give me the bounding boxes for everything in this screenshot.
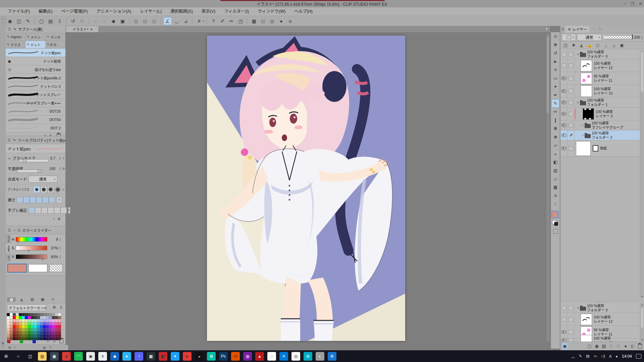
- color-swatch-cell[interactable]: [43, 325, 46, 328]
- mask-selection-button[interactable]: ▨: [141, 17, 149, 25]
- layer-visibility-cell[interactable]: [560, 303, 568, 313]
- color-swatch-cell[interactable]: [31, 316, 34, 319]
- app-red-circle[interactable]: ●: [62, 352, 71, 361]
- color-set-tab-icon-4[interactable]: ✂: [49, 297, 57, 302]
- color-swatch-cell[interactable]: [22, 313, 25, 316]
- color-swatch-cell[interactable]: [13, 316, 16, 319]
- dock-grid-icon[interactable]: ⊞: [8, 346, 11, 349]
- opacity-stepper[interactable]: ∧∨: [59, 167, 61, 170]
- color-swatch-cell[interactable]: [16, 316, 19, 319]
- layer-visibility-cell[interactable]: [560, 313, 568, 325]
- color-swatch-cell[interactable]: [22, 331, 25, 334]
- color-swatch-cell[interactable]: [58, 334, 61, 337]
- color-swatch-cell[interactable]: [31, 325, 34, 328]
- dock-icon[interactable]: ⊞: [0, 342, 6, 345]
- color-swatch-cell[interactable]: [43, 313, 46, 316]
- color-swatch-cell[interactable]: [16, 319, 19, 322]
- subtool-group-tab-E-S-[interactable]: ✎E-S-: [46, 41, 65, 48]
- app-blue-1[interactable]: ◆: [110, 352, 119, 361]
- layer-visibility-cell[interactable]: [560, 326, 568, 338]
- photoshop[interactable]: Ps: [219, 352, 228, 361]
- transparent-color-swatch[interactable]: [49, 264, 63, 272]
- opacity-dynamics-icon[interactable]: ⊘: [62, 167, 65, 170]
- layer-folder-フォルダー 2[interactable]: ✎>100 %通常フォルダー 2: [560, 130, 644, 140]
- menu-item-E[interactable]: 編集(E): [34, 7, 57, 16]
- color-slider-row-S[interactable]: S∧37%∧∨: [12, 244, 65, 252]
- anti-aliasing-chevron-icon[interactable]: ∨: [63, 188, 65, 191]
- dock-folder-icon[interactable]: ▤: [43, 346, 46, 349]
- color-swatch-cell[interactable]: [31, 334, 34, 337]
- color-slider-stepper[interactable]: ∧∨: [59, 246, 61, 250]
- color-swatch-cell[interactable]: [10, 328, 13, 331]
- brush-item-DOT50[interactable]: DOT50: [6, 116, 65, 124]
- layer-extra-tabs[interactable]: ◔⟲: [593, 27, 601, 32]
- layer-opacity-stepper[interactable]: ∧∨: [641, 36, 643, 39]
- color-swatch-cell[interactable]: [34, 331, 37, 334]
- color-swatch-cell[interactable]: [46, 334, 49, 337]
- tray-ime[interactable]: A: [609, 354, 611, 358]
- color-swatch-cell[interactable]: [58, 313, 61, 316]
- color-swatch-cell[interactable]: [7, 319, 10, 322]
- color-swatch-cell[interactable]: [10, 313, 13, 316]
- aa-option-2[interactable]: [47, 186, 54, 193]
- color-slider-row-H[interactable]: H∧8∧∨: [12, 235, 65, 243]
- hardness-cell-2[interactable]: [30, 197, 36, 203]
- layer-visibility-cell[interactable]: [560, 108, 568, 120]
- brush-item-ドットペン 2[interactable]: ドットペン 2: [6, 82, 65, 90]
- color-swatch-cell[interactable]: [19, 316, 22, 319]
- save-button[interactable]: ⇩: [55, 17, 64, 25]
- color-swatch-cell[interactable]: [22, 316, 25, 319]
- hardness-cell-1[interactable]: [23, 197, 30, 203]
- hardness-cell-0[interactable]: [17, 197, 23, 203]
- color-swatch-cell[interactable]: [22, 334, 25, 337]
- color-swatch-cell[interactable]: [34, 319, 37, 322]
- color-swatch-cell[interactable]: [52, 322, 55, 325]
- move-canvas-tool[interactable]: ✥: [551, 41, 559, 49]
- search[interactable]: ○: [14, 352, 22, 361]
- redo-button[interactable]: ↻: [78, 17, 86, 25]
- subtool-group-tab-テクス[interactable]: ✎テクス: [6, 41, 25, 48]
- color-swatch-cell[interactable]: [13, 331, 16, 334]
- subtool-group-tab-mignon[interactable]: ✎mignon: [6, 33, 25, 41]
- menu-item-I[interactable]: フィルター(I): [220, 7, 253, 16]
- color-swatch-cell[interactable]: [28, 331, 31, 334]
- color-swatch-cell[interactable]: [10, 325, 13, 328]
- layer-folder-ラフレイヤグループ[interactable]: >100 %通常ラフレイヤグループ: [560, 120, 644, 130]
- color-slider-header[interactable]: ☰ ◔ ☷ カラースライダー: [6, 227, 65, 234]
- color-swatch-cell[interactable]: [22, 325, 25, 328]
- frame-border-tool[interactable]: ▦: [551, 183, 559, 191]
- layer-visibility-cell[interactable]: [560, 98, 568, 107]
- app-purple[interactable]: ◍: [243, 352, 252, 361]
- layer-edit-cell[interactable]: [568, 140, 575, 156]
- color-swatch-cell[interactable]: [43, 319, 46, 322]
- folder-expand-chevron[interactable]: ∨: [576, 53, 580, 56]
- color-slider-stepper[interactable]: ∧∨: [59, 238, 61, 241]
- color-swatch-cell[interactable]: [28, 313, 31, 316]
- color-swatch-cell[interactable]: [25, 325, 28, 328]
- import-color-set-icon[interactable]: ⇓: [59, 305, 63, 310]
- snap-to-grid-button[interactable]: ⊿: [181, 17, 190, 25]
- hardness-cells[interactable]: [17, 197, 55, 203]
- color-swatch-cell[interactable]: [31, 331, 34, 334]
- chrome[interactable]: ◉: [86, 352, 95, 361]
- split-drag-handle[interactable]: ・・・・・: [560, 300, 644, 302]
- layer-folder-フォルダー 3[interactable]: ∨100 %通常フォルダー 3: [560, 303, 644, 313]
- color-swatch-cell[interactable]: [16, 322, 19, 325]
- app-moon[interactable]: ◐: [316, 352, 324, 361]
- sub-color-swatch[interactable]: [29, 264, 47, 272]
- color-set-tab-icon-3[interactable]: ▦: [38, 297, 47, 302]
- color-swatch-cell[interactable]: [55, 319, 58, 322]
- switch-workspace-button[interactable]: ◫: [15, 17, 23, 25]
- telegram[interactable]: ➤: [122, 352, 131, 361]
- app-green[interactable]: ✿: [207, 352, 216, 361]
- layer-row-レイヤー 10[interactable]: 100 %通常レイヤー 10: [560, 85, 644, 98]
- color-swatch-cell[interactable]: [49, 322, 52, 325]
- layer-extra-tab-1[interactable]: ⟲: [598, 27, 601, 32]
- palette-menu-icon[interactable]: ☰: [560, 27, 565, 32]
- visibility-empty-checkbox[interactable]: [561, 63, 566, 68]
- color-swatch-cell[interactable]: [43, 331, 46, 334]
- color-swatch-cell[interactable]: [52, 328, 55, 331]
- color-slider-bar-V[interactable]: ∧: [16, 254, 47, 259]
- layer-row-レイヤー 3[interactable]: 100 %通常レイヤー 3: [560, 108, 644, 120]
- layer-visibility-cell[interactable]: [560, 120, 568, 130]
